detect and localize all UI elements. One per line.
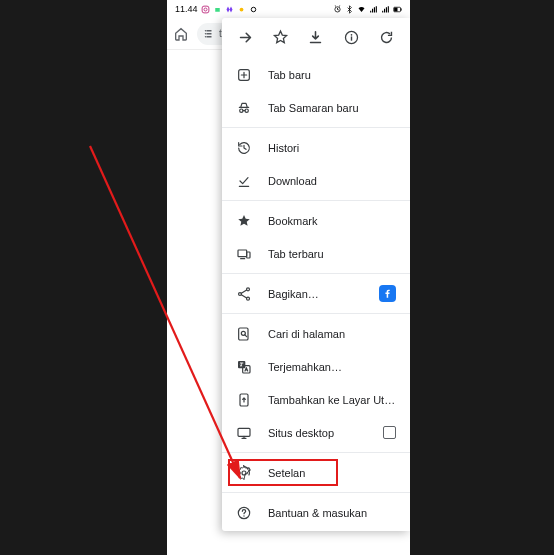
menu-list: Tab baruTab Samaran baruHistoriDownloadB… <box>222 56 410 531</box>
status-time: 11.44 <box>175 4 198 14</box>
status-left: 11.44 <box>175 4 258 14</box>
menu-separator <box>222 200 410 201</box>
svg-rect-18 <box>247 252 250 258</box>
menu-separator <box>222 492 410 493</box>
site-settings-icon <box>203 28 215 40</box>
menu-top-row <box>222 18 410 56</box>
find-icon <box>236 326 252 342</box>
share-icon <box>236 286 252 302</box>
facebook-icon[interactable] <box>379 285 396 302</box>
signal-icon-2 <box>381 5 390 14</box>
battery-icon <box>393 5 402 14</box>
svg-point-3 <box>251 7 256 12</box>
menu-separator <box>222 452 410 453</box>
forward-icon[interactable] <box>237 29 254 46</box>
star-fill-icon <box>236 213 252 229</box>
menu-item-label: Tab Samaran baru <box>268 102 396 114</box>
svg-point-2 <box>239 7 243 11</box>
download-icon[interactable] <box>307 29 324 46</box>
menu-item-find[interactable]: Cari di halaman <box>222 317 410 350</box>
help-icon <box>236 505 252 521</box>
svg-rect-22 <box>239 328 248 340</box>
menu-item-label: Terjemahkan… <box>268 361 396 373</box>
wifi-icon <box>357 5 366 14</box>
menu-item-help[interactable]: Bantuan & masukan <box>222 496 410 529</box>
menu-item-label: Tambahkan ke Layar Uta… <box>268 394 396 406</box>
menu-item-label: Bantuan & masukan <box>268 507 396 519</box>
svg-point-8 <box>205 30 207 32</box>
menu-item-label: Bookmark <box>268 215 396 227</box>
menu-item-download-done[interactable]: Download <box>222 164 410 197</box>
menu-item-add-home[interactable]: Tambahkan ke Layar Uta… <box>222 383 410 416</box>
android-icon <box>213 5 222 14</box>
download-done-icon <box>236 173 252 189</box>
svg-rect-27 <box>238 428 250 436</box>
menu-item-label: Download <box>268 175 396 187</box>
devices-icon <box>236 246 252 262</box>
menu-separator <box>222 313 410 314</box>
alarm-icon <box>333 5 342 14</box>
menu-item-label: Setelan <box>268 467 396 479</box>
menu-item-label: Situs desktop <box>268 427 367 439</box>
svg-rect-0 <box>202 6 209 13</box>
overflow-menu: Tab baruTab Samaran baruHistoriDownloadB… <box>222 18 410 531</box>
home-icon[interactable] <box>173 26 189 42</box>
menu-item-plus-box[interactable]: Tab baru <box>222 58 410 91</box>
gear-icon <box>236 465 252 481</box>
menu-item-devices[interactable]: Tab terbaru <box>222 237 410 270</box>
svg-rect-13 <box>350 36 351 40</box>
history-icon <box>236 140 252 156</box>
svg-point-1 <box>204 8 207 11</box>
app-icon <box>225 5 234 14</box>
svg-rect-6 <box>394 7 397 11</box>
incognito-icon <box>236 100 252 116</box>
plus-box-icon <box>236 67 252 83</box>
desktop-icon <box>236 425 252 441</box>
add-home-icon <box>236 392 252 408</box>
signal-icon <box>369 5 378 14</box>
menu-separator <box>222 127 410 128</box>
svg-rect-7 <box>401 8 402 10</box>
bluetooth-icon <box>345 5 354 14</box>
menu-item-desktop[interactable]: Situs desktop <box>222 416 410 449</box>
menu-item-label: Tab baru <box>268 69 396 81</box>
menu-item-gear[interactable]: Setelan <box>222 456 410 489</box>
circle-icon <box>249 5 258 14</box>
menu-item-share[interactable]: Bagikan… <box>222 277 410 310</box>
menu-item-history[interactable]: Histori <box>222 131 410 164</box>
status-right <box>333 5 402 14</box>
desktop-site-checkbox[interactable] <box>383 426 396 439</box>
instagram-icon <box>201 5 210 14</box>
menu-item-translate[interactable]: Terjemahkan… <box>222 350 410 383</box>
translate-icon <box>236 359 252 375</box>
menu-separator <box>222 273 410 274</box>
star-icon[interactable] <box>272 29 289 46</box>
menu-item-label: Histori <box>268 142 396 154</box>
svg-point-30 <box>243 515 244 516</box>
svg-point-10 <box>205 36 207 38</box>
menu-item-star-fill[interactable]: Bookmark <box>222 204 410 237</box>
status-bar: 11.44 <box>167 0 410 18</box>
menu-item-label: Bagikan… <box>268 288 363 300</box>
menu-item-incognito[interactable]: Tab Samaran baru <box>222 91 410 124</box>
sun-icon <box>237 5 246 14</box>
phone-frame: 11.44 tei T <box>167 0 410 555</box>
menu-item-label: Tab terbaru <box>268 248 396 260</box>
refresh-icon[interactable] <box>378 29 395 46</box>
svg-point-9 <box>205 33 207 35</box>
menu-item-label: Cari di halaman <box>268 328 396 340</box>
svg-point-12 <box>350 33 352 35</box>
info-icon[interactable] <box>343 29 360 46</box>
svg-rect-17 <box>238 250 247 257</box>
